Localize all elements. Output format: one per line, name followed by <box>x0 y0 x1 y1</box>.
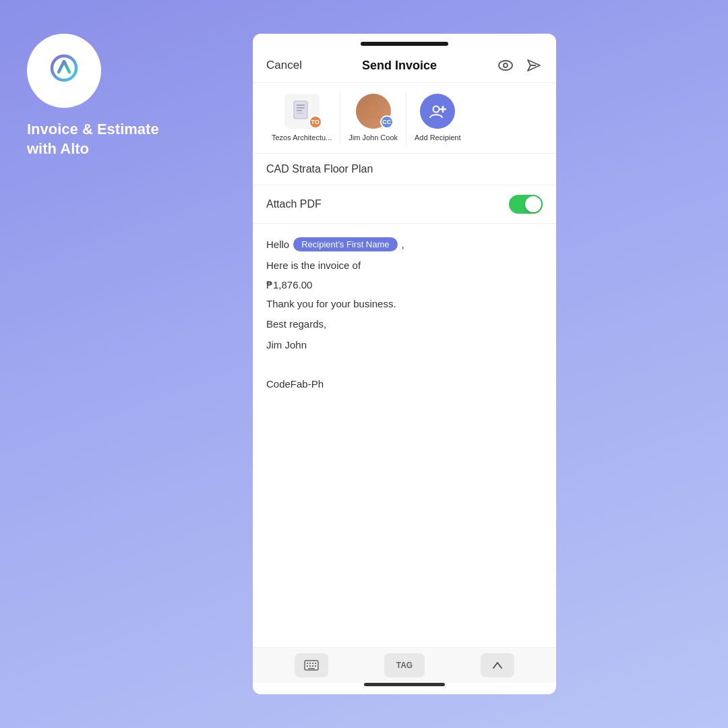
bottom-toolbar: TAG <box>253 647 556 683</box>
svg-rect-21 <box>308 668 315 669</box>
regards-line: Best regards, <box>266 317 543 332</box>
recipients-row: TO Tezos Architectu... CC Jim John Cook <box>253 82 556 154</box>
navigation-header: Cancel Send Invoice <box>253 46 556 82</box>
hello-text: Hello <box>266 239 289 250</box>
subject-section: CAD Strata Floor Plan <box>253 154 556 185</box>
company-name: CodeFab-Ph <box>266 377 543 392</box>
toggle-knob <box>525 196 541 212</box>
sender-name: Jim John <box>266 338 543 353</box>
svg-rect-16 <box>315 663 316 664</box>
amount-text: ₱1,876.00 <box>266 279 543 291</box>
attach-pdf-row: Attach PDF <box>253 185 556 224</box>
comma: , <box>402 239 404 250</box>
svg-point-9 <box>433 107 439 113</box>
svg-rect-17 <box>307 665 308 667</box>
alto-logo-icon <box>44 51 84 91</box>
jimjohn-name: Jim John Cook <box>348 133 398 142</box>
send-icon[interactable] <box>525 57 543 74</box>
invoice-line: Here is the invoice of <box>266 258 543 274</box>
badge-to: TO <box>309 115 322 129</box>
tag-label: TAG <box>396 661 413 670</box>
add-recipient-label: Add Recipient <box>415 133 461 142</box>
attach-pdf-label: Attach PDF <box>266 198 322 210</box>
svg-point-1 <box>504 63 508 67</box>
svg-point-0 <box>499 61 512 70</box>
tezos-doc-avatar: TO <box>284 94 320 129</box>
home-indicator-wrapper: TAG <box>253 647 556 694</box>
badge-cc: CC <box>380 115 394 129</box>
header-actions <box>497 57 543 74</box>
svg-rect-13 <box>307 663 308 664</box>
hello-line: Hello Recipient's First Name , <box>266 237 543 251</box>
subject-text: CAD Strata Floor Plan <box>266 163 373 175</box>
keyboard-button[interactable] <box>295 653 328 677</box>
tag-button[interactable]: TAG <box>384 653 425 677</box>
scroll-up-button[interactable] <box>481 653 514 677</box>
svg-point-8 <box>369 104 377 113</box>
preview-icon[interactable] <box>497 57 514 74</box>
tezos-name: Tezos Architectu... <box>272 133 332 142</box>
home-indicator <box>364 683 445 686</box>
logo-circle <box>27 34 101 108</box>
message-body: Hello Recipient's First Name , Here is t… <box>253 224 556 647</box>
svg-rect-18 <box>309 665 311 667</box>
svg-rect-15 <box>312 663 313 664</box>
cancel-button[interactable]: Cancel <box>266 59 302 72</box>
phone-screen: Cancel Send Invoice <box>253 34 556 694</box>
recipient-jimjohn[interactable]: CC Jim John Cook <box>340 91 406 145</box>
attach-pdf-toggle[interactable] <box>509 195 543 214</box>
brand-title: Invoice & Estimate with Alto <box>27 120 159 158</box>
recipient-first-name-tag[interactable]: Recipient's First Name <box>293 237 397 251</box>
branding-section: Invoice & Estimate with Alto <box>27 34 159 158</box>
recipient-tezos[interactable]: TO Tezos Architectu... <box>264 91 340 145</box>
svg-rect-20 <box>315 665 316 667</box>
svg-rect-14 <box>309 663 311 664</box>
add-recipient-icon <box>420 94 455 129</box>
page-title: Send Invoice <box>362 59 437 73</box>
avatar-wrapper-tezos: TO <box>284 94 320 129</box>
svg-rect-19 <box>312 665 313 667</box>
add-recipient-button[interactable]: Add Recipient <box>406 91 469 145</box>
avatar-wrapper-jimjohn: CC <box>356 94 391 129</box>
svg-rect-3 <box>294 101 307 119</box>
thank-you-line: Thank you for your business. <box>266 297 543 312</box>
